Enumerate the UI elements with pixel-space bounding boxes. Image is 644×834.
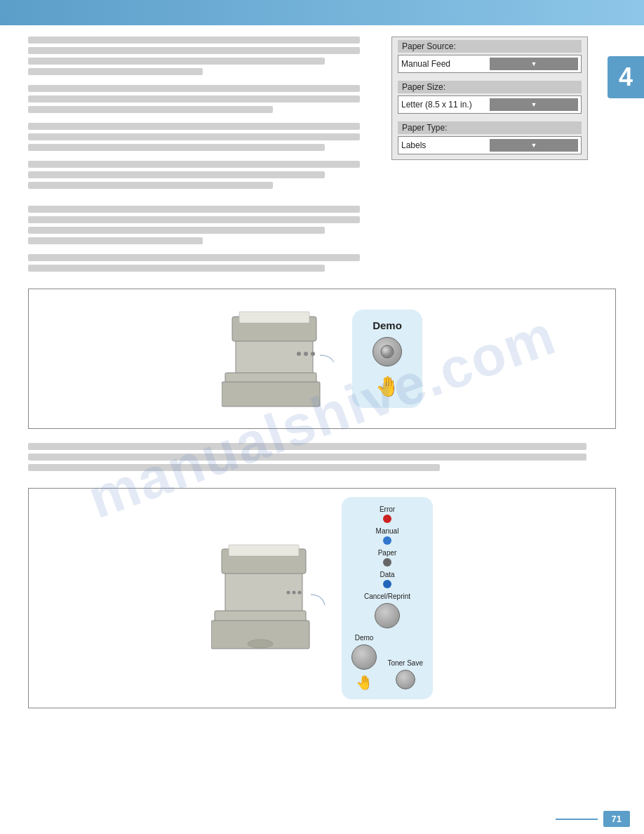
- toner-save-label: Toner Save: [387, 659, 423, 667]
- text-line: [28, 85, 360, 92]
- svg-point-15: [287, 591, 290, 595]
- images-section: Demo 🤚: [0, 289, 644, 722]
- top-content: Paper Source: Manual Feed ▼ Paper Size: …: [0, 25, 644, 199]
- paper-size-row: Paper Size: Letter (8.5 x 11 in.) ▼: [392, 78, 587, 119]
- printer-illustration-1: [222, 306, 341, 411]
- cancel-reprint-button: [375, 603, 400, 628]
- demo-label-2: Demo: [355, 634, 374, 642]
- text-line: [28, 265, 325, 272]
- paragraph-2: [28, 85, 377, 113]
- image-box-1: Demo 🤚: [28, 289, 616, 429]
- text-line: [28, 37, 360, 44]
- image-box-2: Error Manual Paper Data: [28, 488, 616, 708]
- text-line: [28, 144, 325, 151]
- paper-source-row: Paper Source: Manual Feed ▼: [392, 37, 587, 78]
- paper-type-label: Paper Type:: [398, 121, 582, 134]
- hand-press-icon: 🤚: [375, 375, 400, 398]
- paper-source-select[interactable]: Manual Feed ▼: [398, 55, 582, 73]
- paragraph-7: [28, 443, 616, 471]
- page-number: 71: [603, 811, 630, 827]
- driver-dialog: Paper Source: Manual Feed ▼ Paper Size: …: [391, 37, 588, 160]
- paragraph-4: [28, 161, 377, 189]
- paper-type-select[interactable]: Labels ▼: [398, 136, 582, 154]
- svg-point-5: [297, 352, 301, 356]
- middle-right-spacer: [391, 206, 616, 282]
- page-number-bar: 71: [556, 811, 630, 827]
- svg-point-17: [298, 591, 302, 595]
- paper-source-label: Paper Source:: [398, 40, 582, 53]
- demo-button: [373, 337, 402, 366]
- text-line: [28, 216, 360, 223]
- data-label: Data: [380, 571, 394, 578]
- manual-section: Manual: [351, 527, 423, 545]
- paragraph-6: [28, 254, 377, 272]
- text-line: [28, 106, 273, 113]
- paragraph-5: [28, 206, 377, 244]
- toner-save-button: [396, 670, 415, 689]
- error-indicator: [383, 515, 391, 523]
- paper-size-select[interactable]: Letter (8.5 x 11 in.) ▼: [398, 95, 582, 114]
- text-line: [28, 443, 586, 450]
- text-line: [28, 161, 360, 168]
- paper-type-dropdown-arrow[interactable]: ▼: [490, 139, 578, 152]
- svg-point-8: [381, 345, 394, 358]
- text-line: [28, 123, 360, 130]
- chapter-number: 4: [619, 62, 633, 92]
- demo-button-label: Demo: [373, 319, 402, 331]
- paper-type-row: Paper Type: Labels ▼: [392, 119, 587, 159]
- svg-point-7: [311, 352, 315, 356]
- cancel-reprint-label: Cancel/Reprint: [364, 593, 410, 600]
- text-line: [28, 58, 325, 65]
- manual-indicator: [383, 536, 391, 545]
- left-text-column: [28, 37, 391, 199]
- text-line: [28, 464, 440, 471]
- error-section: Error: [351, 505, 423, 523]
- button-surface: [380, 345, 394, 359]
- text-line: [28, 182, 273, 189]
- between-images-text: [28, 443, 616, 488]
- demo-button-2: [351, 644, 377, 670]
- middle-left-text: [28, 206, 391, 282]
- text-line: [28, 254, 360, 261]
- paper-source-value: Manual Feed: [401, 59, 490, 69]
- svg-point-6: [304, 352, 308, 356]
- page-line: [556, 819, 598, 820]
- demo-section-2: Demo 🤚: [351, 634, 377, 691]
- right-column: Paper Source: Manual Feed ▼ Paper Size: …: [391, 37, 616, 199]
- paragraph-3: [28, 123, 377, 151]
- data-section: Data: [351, 571, 423, 588]
- text-line: [28, 237, 203, 244]
- svg-rect-4: [222, 382, 320, 406]
- svg-rect-11: [229, 545, 299, 556]
- text-line: [28, 171, 325, 178]
- toner-save-section: Toner Save: [387, 659, 423, 691]
- svg-rect-2: [239, 312, 309, 323]
- paper-size-value: Letter (8.5 x 11 in.): [401, 100, 490, 110]
- cancel-reprint-section: Cancel/Reprint: [351, 593, 423, 630]
- paper-size-label: Paper Size:: [398, 81, 582, 93]
- error-label: Error: [380, 505, 395, 513]
- text-line: [28, 454, 586, 461]
- paper-indicator: [383, 558, 391, 567]
- header-bar: [0, 0, 644, 25]
- manual-label: Manual: [376, 527, 399, 535]
- page-wrapper: manualshive.com 4: [0, 0, 644, 834]
- text-line: [28, 133, 360, 140]
- svg-point-14: [248, 640, 273, 648]
- demo-tonersave-section: Demo 🤚 Toner Save: [351, 634, 423, 691]
- data-indicator: [383, 580, 391, 588]
- text-line: [28, 227, 325, 234]
- svg-point-16: [293, 591, 296, 595]
- paragraph-1: [28, 37, 377, 75]
- paper-source-dropdown-arrow[interactable]: ▼: [490, 58, 578, 70]
- paper-section: Paper: [351, 549, 423, 567]
- middle-text-area: [0, 199, 644, 289]
- text-line: [28, 206, 360, 213]
- printer-illustration-2: [211, 542, 330, 654]
- chapter-tab: 4: [608, 56, 644, 98]
- control-panel-callout: Error Manual Paper Data: [342, 497, 433, 699]
- hand-press-icon-2: 🤚: [356, 674, 373, 691]
- text-line: [28, 68, 203, 75]
- paper-size-dropdown-arrow[interactable]: ▼: [490, 98, 578, 111]
- paper-label: Paper: [378, 549, 397, 557]
